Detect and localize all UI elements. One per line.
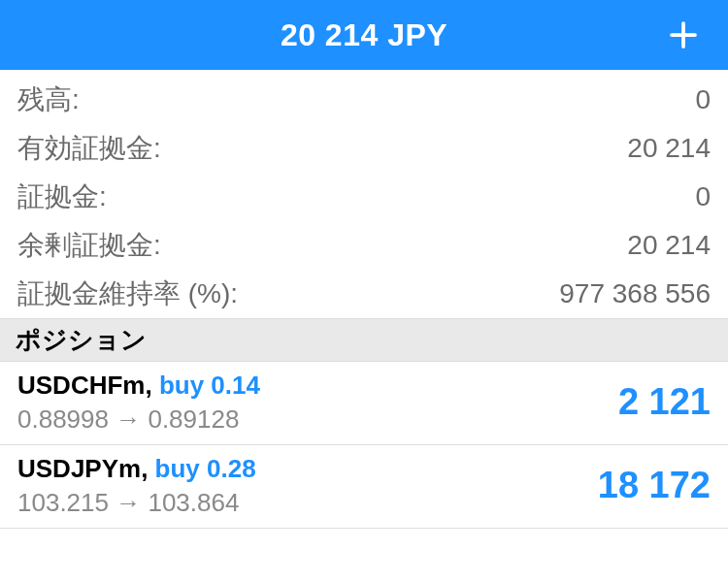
margin-level-row: 証拠金維持率 (%): 977 368 556 — [0, 270, 728, 318]
position-action: buy 0.28 — [155, 454, 256, 483]
position-prices: 103.215 → 103.864 — [17, 488, 256, 518]
account-info: 残高: 0 有効証拠金: 20 214 証拠金: 0 余剰証拠金: 20 214… — [0, 70, 728, 318]
position-info: USDJPYm, buy 0.28 103.215 → 103.864 — [17, 453, 256, 518]
price-from: 0.88998 — [17, 404, 109, 434]
positions-section-header: ポジション — [0, 318, 728, 362]
position-info: USDCHFm, buy 0.14 0.88998 → 0.89128 — [17, 370, 260, 435]
margin-label: 証拠金: — [17, 177, 107, 217]
position-pl: 18 172 — [598, 465, 711, 506]
position-title: USDCHFm, buy 0.14 — [17, 370, 260, 403]
separator: , — [141, 454, 154, 483]
free-margin-value: 20 214 — [627, 225, 711, 266]
balance-row: 残高: 0 — [0, 76, 728, 124]
margin-level-value: 977 368 556 — [559, 274, 711, 314]
price-to: 103.864 — [148, 488, 239, 517]
page-title: 20 214 JPY — [281, 17, 447, 53]
balance-label: 残高: — [17, 80, 80, 120]
position-row[interactable]: USDCHFm, buy 0.14 0.88998 → 0.89128 2 12… — [0, 362, 728, 445]
add-icon[interactable] — [666, 17, 701, 52]
header: 20 214 JPY — [0, 0, 728, 70]
free-margin-row: 余剰証拠金: 20 214 — [0, 221, 728, 270]
margin-row: 証拠金: 0 — [0, 173, 728, 221]
equity-label: 有効証拠金: — [17, 128, 161, 169]
position-symbol: USDCHFm — [17, 371, 145, 400]
margin-level-label: 証拠金維持率 (%): — [17, 274, 238, 314]
position-row[interactable]: USDJPYm, buy 0.28 103.215 → 103.864 18 1… — [0, 445, 728, 529]
equity-value: 20 214 — [627, 128, 711, 169]
separator: , — [145, 371, 158, 400]
position-symbol: USDJPYm — [17, 454, 141, 483]
position-action: buy 0.14 — [159, 371, 260, 400]
balance-value: 0 — [695, 80, 711, 120]
position-title: USDJPYm, buy 0.28 — [17, 453, 256, 486]
price-to: 0.89128 — [148, 404, 239, 434]
equity-row: 有効証拠金: 20 214 — [0, 124, 728, 173]
margin-value: 0 — [695, 177, 711, 217]
price-from: 103.215 — [17, 488, 109, 517]
position-pl: 2 121 — [618, 381, 711, 423]
free-margin-label: 余剰証拠金: — [17, 225, 161, 266]
position-prices: 0.88998 → 0.89128 — [17, 404, 260, 435]
